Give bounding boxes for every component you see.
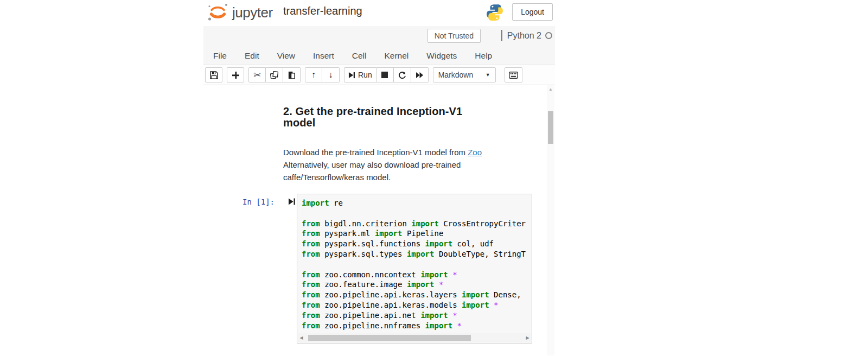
markdown-heading: 2. Get the pre-trained Inception-V1 mode… [283, 106, 497, 129]
menu-item-file[interactable]: File [213, 51, 227, 61]
markdown-cell[interactable]: 2. Get the pre-trained Inception-V1 mode… [283, 106, 497, 183]
kernel-separator [501, 30, 502, 41]
code-horizontal-scrollbar[interactable]: ◀ ▶ [298, 333, 531, 342]
menu-item-insert[interactable]: Insert [313, 51, 334, 61]
zoo-link[interactable]: Zoo [468, 148, 482, 157]
code-line: import re [302, 198, 532, 208]
markdown-paragraph: Download the pre-trained Inception-V1 mo… [283, 146, 497, 183]
code-line: from pyspark.sql.types import DoubleType… [302, 249, 532, 259]
code-line: from zoo.pipeline.nnframes import * [302, 321, 532, 331]
code-line: from zoo.feature.image import * [302, 279, 532, 290]
menu-item-widgets[interactable]: Widgets [426, 51, 457, 61]
code-line [302, 208, 532, 219]
jupyter-app: jupyter transfer-learning Logout Not Tru… [203, 0, 555, 356]
code-line: from zoo.common.nncontext import * [302, 270, 532, 280]
scissors-icon: ✂ [253, 71, 261, 80]
jupyter-logo[interactable]: jupyter [205, 2, 273, 23]
code-cell-editor[interactable]: import re from bigdl.nn.criterion import… [297, 194, 532, 344]
code-line: from pyspark.ml import Pipeline [302, 228, 532, 239]
plus-icon [232, 72, 239, 79]
cell-type-value: Markdown [438, 71, 474, 79]
code-line: from zoo.pipeline.api.net import * [302, 310, 532, 321]
jupyter-logo-icon [205, 2, 230, 23]
stop-icon [381, 72, 388, 78]
menu-item-edit[interactable]: Edit [245, 51, 259, 61]
toolbar: ✂ ↑ ↓ [203, 65, 555, 85]
save-button[interactable] [205, 67, 222, 82]
header: jupyter transfer-learning Logout [203, 0, 555, 26]
chevron-down-icon: ▼ [486, 72, 490, 78]
arrow-up-icon: ↑ [311, 71, 316, 79]
jupyter-wordmark: jupyter [232, 4, 273, 21]
menu-item-cell[interactable]: Cell [352, 51, 367, 61]
copy-button[interactable] [266, 67, 283, 82]
menubar: FileEditViewInsertCellKernelWidgetsHelp [213, 47, 492, 65]
scroll-right-icon[interactable]: ▶ [524, 335, 531, 340]
kernel-indicator-area: Python 2 [501, 30, 552, 41]
move-cell-up-button[interactable]: ↑ [305, 67, 322, 82]
h-scroll-thumb[interactable] [308, 335, 471, 341]
status-row: Not Trusted Python 2 [203, 26, 555, 47]
code-line: from pyspark.sql.functions import col, u… [302, 239, 532, 249]
arrow-down-icon: ↓ [329, 71, 333, 79]
scroll-up-icon[interactable]: ▲ [547, 87, 554, 92]
cell-run-icon[interactable] [288, 198, 296, 208]
move-cell-down-button[interactable]: ↓ [322, 67, 340, 82]
keyboard-icon [509, 72, 518, 79]
kernel-name: Python 2 [507, 31, 541, 41]
copy-icon [270, 71, 278, 79]
kernel-idle-icon [545, 32, 552, 39]
menubar-container: Not Trusted Python 2 FileEditViewInsertC… [203, 26, 555, 65]
code-line [302, 259, 532, 270]
menu-item-kernel[interactable]: Kernel [385, 51, 409, 61]
run-cell-button[interactable]: Run [344, 67, 376, 82]
v-scroll-thumb[interactable] [548, 111, 553, 144]
save-icon [210, 71, 218, 79]
restart-icon [398, 71, 406, 79]
cell-type-dropdown[interactable]: Markdown ▼ [433, 67, 496, 82]
menu-item-view[interactable]: View [277, 51, 295, 61]
paste-icon [288, 71, 296, 79]
menu-item-help[interactable]: Help [475, 51, 492, 61]
interrupt-kernel-button[interactable] [376, 67, 394, 82]
run-button-label: Run [358, 71, 372, 79]
trust-indicator-button[interactable]: Not Trusted [427, 29, 481, 43]
run-all-button[interactable] [411, 67, 429, 82]
notebook-content-area: 2. Get the pre-trained Inception-V1 mode… [203, 85, 555, 355]
input-prompt: In [1]: [242, 198, 275, 206]
python-logo-icon [486, 3, 504, 24]
restart-kernel-button[interactable] [394, 67, 411, 82]
logout-button[interactable]: Logout [512, 3, 553, 21]
fast-forward-icon [416, 72, 424, 79]
code-line: from zoo.pipeline.api.keras.layers impor… [302, 290, 532, 300]
command-palette-button[interactable] [505, 67, 522, 82]
paragraph-text-after-link: Alternatively, user may also download pr… [283, 160, 461, 182]
step-forward-icon [348, 72, 355, 79]
paste-button[interactable] [283, 67, 301, 82]
scroll-left-icon[interactable]: ◀ [298, 335, 305, 340]
code-line: from zoo.pipeline.api.keras.models impor… [302, 300, 532, 310]
code-line: from bigdl.nn.criterion import CrossEntr… [302, 219, 532, 229]
code-lines: import re from bigdl.nn.criterion import… [297, 194, 532, 330]
cut-button[interactable]: ✂ [248, 67, 266, 82]
notebook-vertical-scrollbar[interactable]: ▲ [547, 85, 554, 355]
paragraph-text-before-link: Download the pre-trained Inception-V1 mo… [283, 148, 468, 157]
add-cell-button[interactable] [227, 67, 244, 82]
h-scroll-track[interactable] [305, 333, 524, 342]
notebook-title[interactable]: transfer-learning [283, 5, 362, 17]
